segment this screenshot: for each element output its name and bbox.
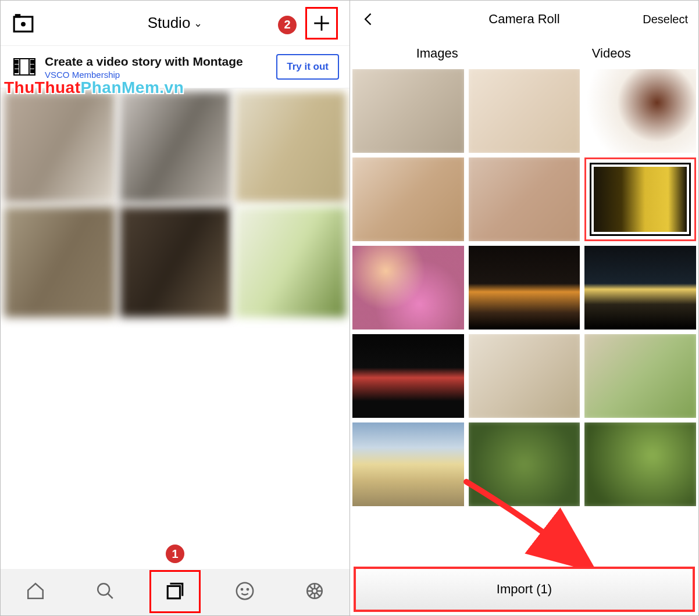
highlight-box-nav [149,570,201,613]
photo-thumb[interactable] [469,69,580,153]
camera-roll-grid [350,69,698,615]
search-icon [95,581,115,603]
nav-discover[interactable] [230,577,260,607]
studio-thumb[interactable] [120,92,231,202]
back-button[interactable] [361,11,377,27]
deselect-button[interactable]: Deselect [643,13,688,26]
camera-roll-header: Camera Roll Deselect [350,1,698,38]
svg-line-28 [309,593,313,596]
svg-line-15 [108,593,113,599]
promo-banner: Create a video story with Montage VSCO M… [1,46,350,88]
home-icon [26,581,45,603]
photo-thumb[interactable] [469,246,580,330]
svg-line-27 [316,593,320,596]
studio-title-dropdown[interactable]: Studio ⌄ [148,14,203,32]
photo-thumb[interactable] [469,422,580,506]
photo-thumb[interactable] [352,246,464,330]
svg-rect-13 [31,70,34,73]
studio-header: Studio ⌄ 2 [1,1,350,46]
studio-thumb[interactable] [235,207,346,317]
photo-thumb[interactable] [352,334,464,418]
promo-subtitle[interactable]: VSCO Membership [45,70,267,80]
callout-badge-2: 2 [278,16,297,34]
tab-videos[interactable]: Videos [525,38,699,69]
photo-thumb[interactable] [584,334,696,418]
callout-badge-1: 1 [166,545,184,563]
svg-point-21 [312,589,318,594]
photo-thumb[interactable] [352,422,464,506]
import-button[interactable]: Import (1) [354,567,695,612]
studio-grid [1,88,350,569]
photo-thumb[interactable] [584,246,696,330]
studio-thumb[interactable] [120,207,231,317]
svg-point-19 [247,589,248,590]
svg-point-17 [237,583,253,599]
photo-thumb[interactable] [584,422,696,506]
camera-roll-title: Camera Roll [488,12,559,27]
svg-line-29 [316,586,320,589]
photo-thumb[interactable] [469,334,580,418]
photo-thumb[interactable] [352,157,464,241]
nav-settings[interactable] [299,577,330,607]
svg-rect-12 [31,65,34,68]
bottom-nav: 1 [1,569,350,615]
nav-home[interactable] [20,577,51,607]
photo-thumb[interactable] [352,69,464,153]
studio-thumb[interactable] [235,92,346,202]
svg-rect-11 [31,60,34,63]
promo-text: Create a video story with Montage VSCO M… [45,55,267,80]
studio-title-text: Studio [148,14,191,32]
svg-rect-9 [15,65,18,68]
settings-wheel-icon [305,581,324,603]
studio-thumb[interactable] [4,207,115,317]
photo-thumb[interactable] [469,157,580,241]
smile-icon [235,581,255,603]
photo-thumb[interactable] [584,69,696,153]
app-frame: Studio ⌄ 2 Create a video story with Mon… [0,0,699,616]
svg-rect-1 [16,15,19,16]
svg-point-2 [22,23,25,26]
camera-roll-panel: Camera Roll Deselect Images Videos [350,1,698,615]
studio-thumb[interactable] [4,92,115,202]
chevron-down-icon: ⌄ [194,17,202,30]
svg-rect-8 [15,60,18,63]
nav-search[interactable] [90,577,120,607]
svg-point-18 [241,589,242,590]
photo-thumb-selected[interactable] [584,157,696,241]
tab-images[interactable]: Images [350,38,525,69]
svg-rect-10 [15,70,18,73]
try-it-out-button[interactable]: Try it out [276,54,339,80]
svg-line-26 [309,586,313,589]
studio-panel: Studio ⌄ 2 Create a video story with Mon… [1,1,350,615]
camera-icon[interactable] [12,12,34,34]
filmstrip-icon [13,58,35,76]
svg-point-14 [98,583,109,595]
add-button[interactable]: 2 [305,7,338,40]
media-tabs: Images Videos [350,38,698,69]
promo-title: Create a video story with Montage [45,55,267,69]
